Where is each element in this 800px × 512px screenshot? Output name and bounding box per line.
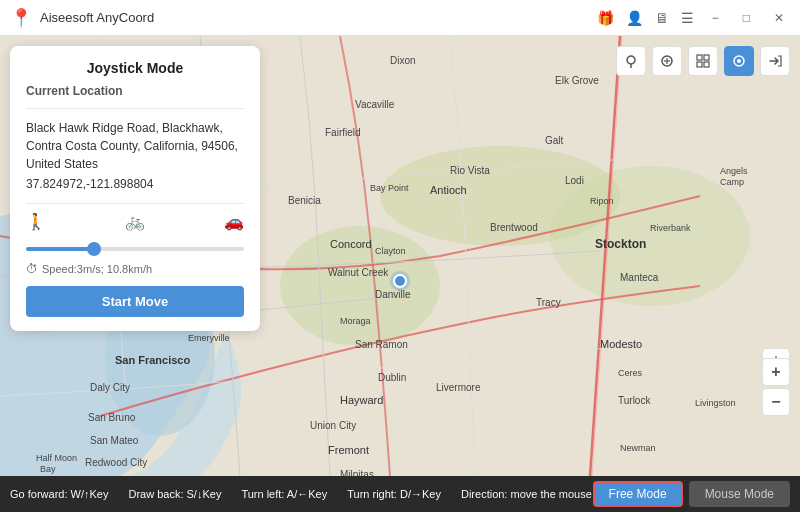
svg-text:Bay: Bay (40, 464, 56, 474)
multi-route-tool-button[interactable] (688, 46, 718, 76)
start-move-button[interactable]: Start Move (26, 286, 244, 317)
svg-text:Ceres: Ceres (618, 368, 643, 378)
speed-modes: 🚶 🚲 🚗 (26, 212, 244, 231)
location-marker (393, 274, 407, 288)
svg-text:Newman: Newman (620, 443, 656, 453)
svg-text:Moraga: Moraga (340, 316, 371, 326)
svg-text:Vacaville: Vacaville (355, 99, 395, 110)
svg-text:Union City: Union City (310, 420, 356, 431)
svg-text:Dixon: Dixon (390, 55, 416, 66)
car-mode-icon[interactable]: 🚗 (224, 212, 244, 231)
direction-key: Direction: move the mouse (461, 488, 592, 500)
menu-icon[interactable]: ☰ (681, 10, 694, 26)
pin-tool-button[interactable] (616, 46, 646, 76)
svg-text:Daly City: Daly City (90, 382, 130, 393)
svg-text:Rio Vista: Rio Vista (450, 165, 490, 176)
zoom-controls: + − (762, 358, 790, 416)
panel-divider (26, 108, 244, 109)
svg-text:Danville: Danville (375, 289, 411, 300)
map-area[interactable]: Santa Rosa Dixon Elk Grove Vacaville Fai… (0, 36, 800, 476)
turn-right-key: Turn right: D/→Key (347, 488, 441, 500)
maximize-button[interactable]: □ (737, 9, 756, 27)
svg-text:Clayton: Clayton (375, 246, 406, 256)
map-toolbar (616, 46, 790, 76)
zoom-out-button[interactable]: − (762, 388, 790, 416)
export-tool-button[interactable] (760, 46, 790, 76)
svg-text:Angels: Angels (720, 166, 748, 176)
svg-text:Livermore: Livermore (436, 382, 481, 393)
statusbar-buttons: Free Mode Mouse Mode (593, 481, 790, 507)
svg-rect-66 (697, 55, 702, 60)
gift-icon[interactable]: 🎁 (597, 10, 614, 26)
titlebar: 📍 Aiseesoft AnyCoord 🎁 👤 🖥 ☰ − □ ✕ (0, 0, 800, 36)
svg-rect-69 (704, 62, 709, 67)
svg-rect-68 (697, 62, 702, 67)
minimize-button[interactable]: − (706, 9, 725, 27)
svg-point-61 (627, 56, 635, 64)
svg-text:San Mateo: San Mateo (90, 435, 139, 446)
go-forward-key: Go forward: W/↑Key (10, 488, 108, 500)
joystick-tool-button[interactable] (724, 46, 754, 76)
svg-text:Tracy: Tracy (536, 297, 561, 308)
svg-text:Ripon: Ripon (590, 196, 614, 206)
svg-text:Lodi: Lodi (565, 175, 584, 186)
app-logo: 📍 (10, 7, 32, 29)
user-icon[interactable]: 👤 (626, 10, 643, 26)
svg-text:Walnut Creek: Walnut Creek (328, 267, 389, 278)
draw-back-key-value: S/↓Key (187, 488, 222, 500)
svg-text:Emeryville: Emeryville (188, 333, 230, 343)
draw-back-label: Draw back: (128, 488, 183, 500)
speed-slider-wrap (26, 239, 244, 254)
svg-text:Half Moon: Half Moon (36, 453, 77, 463)
svg-text:Manteca: Manteca (620, 272, 659, 283)
svg-text:Hayward: Hayward (340, 394, 383, 406)
svg-text:Modesto: Modesto (600, 338, 642, 350)
svg-text:Concord: Concord (330, 238, 372, 250)
svg-text:Turlock: Turlock (618, 395, 651, 406)
panel-coords: 37.824972,-121.898804 (26, 177, 244, 191)
direction-label: Direction: (461, 488, 507, 500)
panel-subtitle: Current Location (26, 84, 244, 98)
statusbar-keys: Go forward: W/↑Key Draw back: S/↓Key Tur… (10, 488, 592, 500)
svg-text:Fremont: Fremont (328, 444, 369, 456)
svg-text:Camp: Camp (720, 177, 744, 187)
go-forward-label: Go forward: (10, 488, 67, 500)
svg-text:Stockton: Stockton (595, 237, 646, 251)
svg-text:Bay Point: Bay Point (370, 183, 409, 193)
titlebar-left: 📍 Aiseesoft AnyCoord (10, 7, 154, 29)
svg-rect-67 (704, 55, 709, 60)
turn-left-label: Turn left: (241, 488, 284, 500)
svg-text:Dublin: Dublin (378, 372, 406, 383)
speed-spinner-icon: ⏱ (26, 262, 38, 276)
svg-text:Benicia: Benicia (288, 195, 321, 206)
svg-text:Riverbank: Riverbank (650, 223, 691, 233)
app-title: Aiseesoft AnyCoord (40, 10, 154, 25)
monitor-icon[interactable]: 🖥 (655, 10, 669, 26)
svg-text:Redwood City: Redwood City (85, 457, 147, 468)
speed-slider[interactable] (26, 247, 244, 251)
walk-mode-icon[interactable]: 🚶 (26, 212, 46, 231)
svg-text:San Ramon: San Ramon (355, 339, 408, 350)
joystick-panel: Joystick Mode Current Location Black Haw… (10, 46, 260, 331)
panel-title: Joystick Mode (26, 60, 244, 76)
svg-text:Milpitas: Milpitas (340, 469, 374, 476)
zoom-in-button[interactable]: + (762, 358, 790, 386)
direction-key-value: move the mouse (511, 488, 592, 500)
svg-text:Antioch: Antioch (430, 184, 467, 196)
svg-text:San Bruno: San Bruno (88, 412, 136, 423)
svg-text:Brentwood: Brentwood (490, 222, 538, 233)
free-mode-button[interactable]: Free Mode (593, 481, 683, 507)
close-button[interactable]: ✕ (768, 9, 790, 27)
mouse-mode-button[interactable]: Mouse Mode (689, 481, 790, 507)
turn-right-label: Turn right: (347, 488, 397, 500)
turn-left-key: Turn left: A/←Key (241, 488, 327, 500)
go-forward-key-value: W/↑Key (71, 488, 109, 500)
speed-info: ⏱ Speed:3m/s; 10.8km/h (26, 262, 244, 276)
panel-address: Black Hawk Ridge Road, Blackhawk, Contra… (26, 119, 244, 173)
svg-text:Livingston: Livingston (695, 398, 736, 408)
svg-point-4 (550, 166, 750, 306)
route-tool-button[interactable] (652, 46, 682, 76)
svg-text:Galt: Galt (545, 135, 564, 146)
bike-mode-icon[interactable]: 🚲 (125, 212, 145, 231)
svg-text:San Francisco: San Francisco (115, 354, 190, 366)
